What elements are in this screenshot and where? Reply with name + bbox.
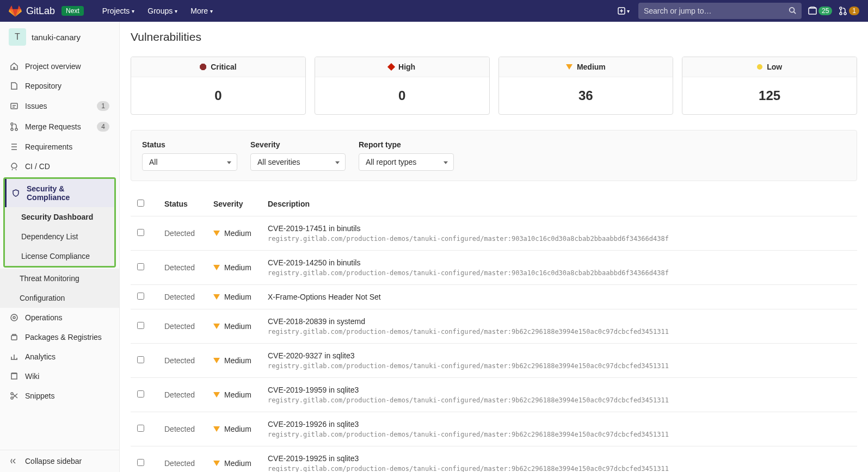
menu-groups[interactable]: Groups▾ bbox=[142, 3, 183, 18]
sidebar-sub-security-dashboard[interactable]: Security Dashboard bbox=[5, 207, 114, 227]
sidebar-item-packages[interactable]: Packages & Registries bbox=[0, 327, 119, 347]
analytics-icon bbox=[10, 352, 19, 361]
svg-point-11 bbox=[13, 316, 15, 319]
chevron-down-icon: ▾ bbox=[627, 8, 630, 14]
severity-card-label: Low bbox=[767, 63, 782, 71]
vuln-title[interactable]: CVE-2018-20839 in systemd bbox=[268, 317, 851, 326]
filter-severity-label: Severity bbox=[250, 140, 346, 149]
sidebar-item-snippets[interactable]: Snippets bbox=[0, 386, 119, 406]
row-severity: Medium bbox=[213, 356, 268, 365]
severity-card-header: Critical bbox=[131, 57, 305, 77]
row-checkbox[interactable] bbox=[137, 263, 144, 270]
severity-card-header: Low bbox=[682, 57, 857, 77]
topbar-menu: Projects▾ Groups▾ More▾ bbox=[97, 3, 218, 18]
severity-medium-icon bbox=[213, 231, 220, 236]
table-row[interactable]: DetectedMediumCVE-2018-20839 in systemdr… bbox=[131, 309, 857, 344]
menu-more[interactable]: More▾ bbox=[185, 3, 218, 18]
row-checkbox[interactable] bbox=[137, 322, 144, 329]
sidebar-sub-dependency-list[interactable]: Dependency List bbox=[5, 227, 114, 246]
doc-icon bbox=[10, 82, 19, 90]
new-button[interactable]: ▾ bbox=[615, 4, 632, 17]
filters-bar: Status All Severity All severities Repor… bbox=[131, 130, 857, 181]
severity-medium-icon bbox=[213, 358, 220, 363]
vuln-title[interactable]: CVE-2019-19926 in sqlite3 bbox=[268, 420, 851, 428]
sidebar-item-overview[interactable]: Project overview bbox=[0, 57, 119, 76]
row-checkbox[interactable] bbox=[137, 293, 144, 300]
row-checkbox-cell bbox=[137, 390, 164, 399]
severity-card-count: 36 bbox=[499, 77, 673, 114]
row-checkbox[interactable] bbox=[137, 459, 144, 466]
vuln-title[interactable]: CVE-2019-19959 in sqlite3 bbox=[268, 386, 851, 394]
table-row[interactable]: DetectedMediumCVE-2019-19926 in sqlite3r… bbox=[131, 412, 857, 446]
vuln-title[interactable]: CVE-2019-17451 in binutils bbox=[268, 224, 851, 233]
sidebar-sub-threat-monitoring[interactable]: Threat Monitoring bbox=[0, 269, 119, 288]
sidebar-item-issues[interactable]: Issues1 bbox=[0, 96, 119, 116]
sidebar-item-repository[interactable]: Repository bbox=[0, 76, 119, 96]
sidebar-item-cicd[interactable]: CI / CD bbox=[0, 157, 119, 176]
gitlab-logo-icon[interactable] bbox=[9, 4, 22, 17]
svg-point-9 bbox=[15, 128, 17, 131]
search-box[interactable] bbox=[638, 3, 802, 19]
row-severity: Medium bbox=[213, 322, 268, 331]
project-header[interactable]: T tanuki-canary bbox=[0, 22, 119, 52]
filter-severity-select[interactable]: All severities bbox=[250, 153, 346, 171]
vuln-title[interactable]: CVE-2020-9327 in sqlite3 bbox=[268, 351, 851, 360]
sidebar-nav: Project overview Repository Issues1 Merg… bbox=[0, 52, 119, 450]
sidebar-item-merge-requests[interactable]: Merge Requests4 bbox=[0, 116, 119, 137]
severity-medium-icon bbox=[566, 64, 572, 70]
severity-card-high[interactable]: High0 bbox=[315, 57, 490, 115]
table-row[interactable]: DetectedMediumCVE-2019-17451 in binutils… bbox=[131, 216, 857, 251]
issues-icon bbox=[10, 102, 19, 110]
table-header-severity[interactable]: Severity bbox=[213, 200, 268, 208]
next-badge[interactable]: Next bbox=[61, 6, 84, 16]
table-row[interactable]: DetectedMediumCVE-2019-14250 in binutils… bbox=[131, 251, 857, 285]
merge-icon bbox=[10, 122, 19, 131]
brand-name[interactable]: GitLab bbox=[26, 5, 55, 17]
sidebar-sub-license-compliance[interactable]: License Compliance bbox=[5, 246, 114, 266]
severity-card-critical[interactable]: Critical0 bbox=[131, 57, 306, 115]
collapse-sidebar[interactable]: Collapse sidebar bbox=[0, 450, 119, 472]
row-checkbox[interactable] bbox=[137, 390, 144, 398]
issues-count: 1 bbox=[97, 101, 109, 111]
filter-status-label: Status bbox=[142, 140, 237, 149]
row-checkbox[interactable] bbox=[137, 425, 144, 432]
sidebar-item-operations[interactable]: Operations bbox=[0, 308, 119, 327]
table-row[interactable]: DetectedMediumCVE-2019-19959 in sqlite3r… bbox=[131, 378, 857, 412]
svg-rect-6 bbox=[11, 103, 17, 109]
filter-report-type-select[interactable]: All report types bbox=[359, 153, 454, 171]
severity-summary: Critical0High0Medium36Low125 bbox=[131, 57, 857, 115]
sidebar-item-security[interactable]: Security & Compliance bbox=[5, 179, 114, 207]
row-description: CVE-2018-20839 in systemdregistry.gitlab… bbox=[268, 317, 851, 336]
select-all-checkbox[interactable] bbox=[137, 200, 144, 207]
sidebar-item-analytics[interactable]: Analytics bbox=[0, 347, 119, 367]
row-checkbox[interactable] bbox=[137, 229, 144, 236]
vuln-title[interactable]: X-Frame-Options Header Not Set bbox=[268, 293, 851, 301]
severity-card-medium[interactable]: Medium36 bbox=[498, 57, 674, 115]
sidebar-item-wiki[interactable]: Wiki bbox=[0, 367, 119, 386]
topbar-merge-requests[interactable]: 1 bbox=[839, 7, 859, 15]
filter-status-select[interactable]: All bbox=[142, 153, 237, 171]
project-avatar: T bbox=[9, 28, 26, 46]
row-status: Detected bbox=[164, 425, 213, 433]
filter-severity: Severity All severities bbox=[250, 140, 346, 171]
table-header-status[interactable]: Status bbox=[164, 200, 213, 208]
table-row[interactable]: DetectedMediumX-Frame-Options Header Not… bbox=[131, 285, 857, 309]
search-input[interactable] bbox=[644, 7, 789, 15]
sidebar-sub-configuration[interactable]: Configuration bbox=[0, 288, 119, 308]
table-row[interactable]: DetectedMediumCVE-2019-19925 in sqlite3r… bbox=[131, 446, 857, 472]
topbar-issues[interactable]: 25 bbox=[808, 7, 832, 15]
table-row[interactable]: DetectedMediumCVE-2020-9327 in sqlite3re… bbox=[131, 344, 857, 378]
collapse-icon bbox=[10, 457, 19, 465]
topbar-right: ▾ 25 1 bbox=[615, 3, 859, 19]
vuln-title[interactable]: CVE-2019-19925 in sqlite3 bbox=[268, 454, 851, 463]
menu-projects[interactable]: Projects▾ bbox=[97, 3, 140, 18]
severity-medium-icon bbox=[213, 392, 220, 398]
sidebar: T tanuki-canary Project overview Reposit… bbox=[0, 22, 120, 472]
vuln-location: registry.gitlab.com/production-demos/tan… bbox=[268, 465, 851, 472]
sidebar-item-requirements[interactable]: Requirements bbox=[0, 137, 119, 157]
table-header-description[interactable]: Description bbox=[268, 200, 851, 208]
row-checkbox[interactable] bbox=[137, 356, 144, 363]
severity-critical-icon bbox=[200, 64, 206, 70]
vuln-title[interactable]: CVE-2019-14250 in binutils bbox=[268, 258, 851, 267]
severity-card-low[interactable]: Low125 bbox=[682, 57, 857, 115]
